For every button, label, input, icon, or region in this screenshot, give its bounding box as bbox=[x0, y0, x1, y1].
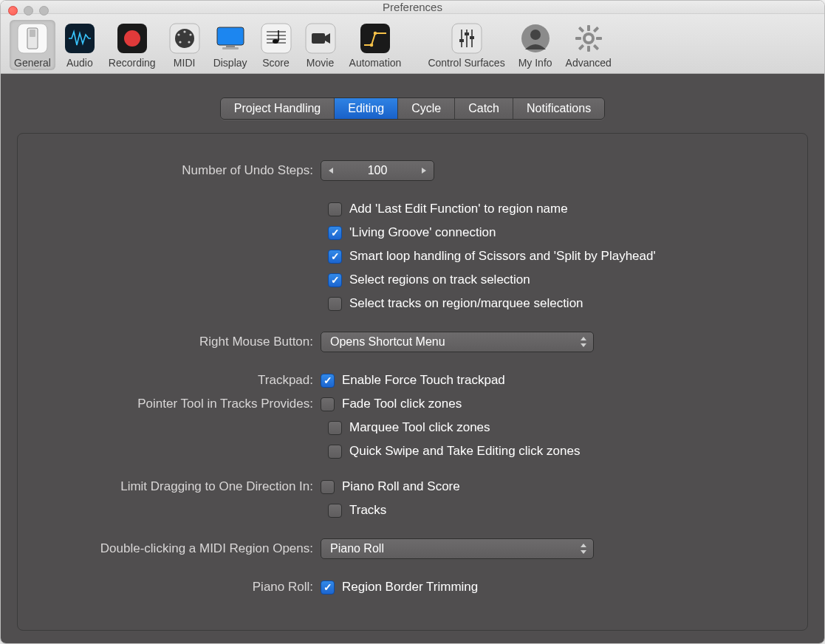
minimize-button[interactable] bbox=[24, 6, 33, 16]
check-label: Select regions on track selection bbox=[349, 273, 530, 287]
undo-steps-label: Number of Undo Steps: bbox=[47, 163, 321, 178]
toolbar-recording[interactable]: Recording bbox=[104, 20, 160, 70]
svg-point-27 bbox=[370, 44, 374, 47]
stepper-increment[interactable] bbox=[413, 161, 434, 180]
svg-rect-42 bbox=[596, 37, 602, 40]
svg-rect-43 bbox=[578, 27, 583, 32]
check-limit-tracks[interactable] bbox=[328, 504, 342, 518]
trackpad-label: Trackpad: bbox=[47, 373, 321, 388]
toolbar-label: General bbox=[14, 57, 51, 69]
pointer-tool-label: Pointer Tool in Tracks Provides: bbox=[47, 397, 321, 411]
preferences-window: Preferences General Audio bbox=[0, 0, 825, 644]
popup-value: Opens Shortcut Menu bbox=[330, 335, 445, 349]
window-controls bbox=[8, 6, 49, 16]
svg-point-10 bbox=[189, 33, 191, 35]
control-surfaces-icon bbox=[451, 23, 482, 54]
check-select-regions[interactable] bbox=[328, 273, 342, 287]
recording-icon bbox=[117, 23, 148, 54]
check-label: Enable Force Touch trackpad bbox=[342, 373, 505, 388]
svg-marker-50 bbox=[581, 337, 586, 340]
general-icon bbox=[17, 23, 48, 54]
sub-tab-bar: Project Handling Editing Cycle Catch Not… bbox=[17, 97, 808, 120]
svg-point-8 bbox=[183, 30, 185, 32]
check-label: Quick Swipe and Take Editing click zones bbox=[349, 444, 580, 459]
svg-marker-49 bbox=[422, 168, 426, 174]
window-title: Preferences bbox=[1, 1, 824, 13]
check-label: Tracks bbox=[349, 503, 386, 518]
tab-editing[interactable]: Editing bbox=[335, 98, 398, 119]
toolbar-automation[interactable]: Automation bbox=[345, 20, 406, 70]
close-button[interactable] bbox=[8, 6, 18, 16]
check-label: Fade Tool click zones bbox=[342, 397, 462, 411]
svg-rect-13 bbox=[217, 27, 244, 45]
toolbar-advanced[interactable]: Advanced bbox=[561, 20, 616, 70]
toolbar-label: Movie bbox=[307, 57, 334, 69]
check-living-groove[interactable] bbox=[328, 226, 342, 240]
tab-cycle[interactable]: Cycle bbox=[398, 98, 455, 119]
check-region-border-trimming[interactable] bbox=[321, 580, 335, 595]
display-icon bbox=[215, 23, 246, 54]
svg-rect-26 bbox=[360, 24, 390, 53]
check-add-last-edit[interactable] bbox=[328, 202, 342, 216]
toolbar-label: Advanced bbox=[566, 57, 612, 69]
limit-dragging-label: Limit Dragging to One Direction In: bbox=[47, 479, 321, 494]
svg-rect-2 bbox=[30, 30, 35, 37]
svg-point-47 bbox=[586, 35, 592, 41]
movie-icon bbox=[305, 23, 336, 54]
right-mouse-popup[interactable]: Opens Shortcut Menu bbox=[321, 332, 594, 352]
my-info-icon bbox=[520, 23, 551, 54]
check-limit-pianoroll-score[interactable] bbox=[321, 480, 335, 494]
svg-rect-34 bbox=[465, 32, 469, 35]
zoom-button[interactable] bbox=[39, 6, 49, 16]
undo-steps-stepper[interactable]: 100 bbox=[321, 160, 434, 181]
popup-value: Piano Roll bbox=[330, 542, 384, 555]
toolbar-display[interactable]: Display bbox=[209, 20, 252, 70]
toolbar-midi[interactable]: MIDI bbox=[165, 20, 205, 70]
toolbar-label: Automation bbox=[349, 57, 402, 69]
toolbar-audio[interactable]: Audio bbox=[60, 20, 100, 70]
preferences-body: Project Handling Editing Cycle Catch Not… bbox=[1, 74, 824, 644]
check-label: Region Border Trimming bbox=[342, 580, 478, 595]
svg-rect-33 bbox=[459, 39, 464, 42]
check-select-tracks[interactable] bbox=[328, 297, 342, 311]
check-force-touch[interactable] bbox=[321, 374, 335, 388]
toolbar-score[interactable]: Score bbox=[256, 20, 296, 70]
svg-point-9 bbox=[177, 33, 179, 35]
svg-marker-48 bbox=[329, 168, 333, 174]
toolbar-my-info[interactable]: My Info bbox=[514, 20, 557, 70]
svg-rect-46 bbox=[578, 44, 583, 50]
svg-rect-41 bbox=[575, 37, 581, 40]
double-click-midi-label: Double-clicking a MIDI Region Opens: bbox=[47, 541, 321, 556]
svg-rect-16 bbox=[261, 24, 291, 53]
check-marquee-tool[interactable] bbox=[328, 421, 342, 435]
svg-point-12 bbox=[188, 41, 190, 43]
check-label: Piano Roll and Score bbox=[342, 479, 460, 494]
check-label: Smart loop handling of Scissors and 'Spl… bbox=[349, 249, 656, 264]
svg-rect-15 bbox=[222, 47, 239, 49]
svg-marker-52 bbox=[581, 544, 586, 547]
check-smart-loop[interactable] bbox=[328, 250, 342, 264]
tab-catch[interactable]: Catch bbox=[455, 98, 513, 119]
editing-panel: Number of Undo Steps: 100 Add 'Last E bbox=[17, 133, 808, 631]
svg-point-5 bbox=[124, 30, 140, 47]
toolbar-label: Control Surfaces bbox=[428, 57, 504, 69]
titlebar: Preferences bbox=[1, 1, 824, 14]
popup-arrows-icon bbox=[577, 541, 590, 556]
tab-project-handling[interactable]: Project Handling bbox=[221, 98, 335, 119]
check-quick-swipe[interactable] bbox=[328, 445, 342, 459]
toolbar-general[interactable]: General bbox=[10, 20, 55, 70]
popup-arrows-icon bbox=[577, 335, 590, 349]
svg-point-37 bbox=[530, 30, 541, 40]
svg-rect-24 bbox=[312, 33, 325, 44]
svg-rect-40 bbox=[587, 46, 590, 52]
toolbar-movie[interactable]: Movie bbox=[301, 20, 340, 70]
check-fade-tool[interactable] bbox=[321, 397, 335, 411]
preferences-toolbar: General Audio Recording bbox=[1, 14, 824, 74]
automation-icon bbox=[360, 23, 391, 54]
stepper-decrement[interactable] bbox=[321, 161, 342, 180]
svg-rect-44 bbox=[592, 44, 598, 50]
tab-notifications[interactable]: Notifications bbox=[513, 98, 604, 119]
toolbar-control-surfaces[interactable]: Control Surfaces bbox=[423, 20, 509, 70]
double-click-midi-popup[interactable]: Piano Roll bbox=[321, 538, 594, 559]
undo-steps-value[interactable]: 100 bbox=[342, 161, 413, 180]
